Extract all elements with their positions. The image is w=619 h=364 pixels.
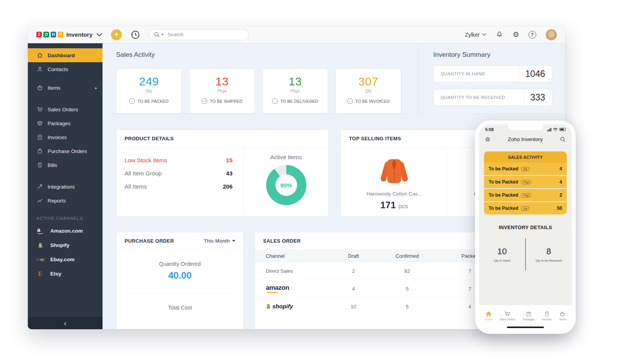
wifi-icon — [553, 128, 558, 131]
all-item-group-row[interactable]: All Item Group 43 — [125, 170, 233, 177]
quantity-in-hand-row[interactable]: QUANTITY IN HAND 1046 — [433, 65, 552, 82]
inventory-summary-heading: Inventory Summary — [433, 51, 552, 59]
submenu-arrow-icon: ▸ — [95, 86, 103, 90]
cart-icon — [504, 311, 511, 317]
org-selector[interactable]: Zylker — [465, 32, 486, 38]
phone-nav-sales-orders[interactable]: Sales Orders — [499, 311, 515, 321]
phone-home-indicator[interactable] — [507, 327, 544, 328]
summary-label: QUANTITY TO BE RECEIVED — [441, 95, 505, 100]
phone-search-icon[interactable] — [560, 137, 566, 142]
recent-history-icon[interactable] — [130, 30, 140, 40]
cart-icon — [36, 106, 43, 112]
quantity-to-be-received-row[interactable]: QUANTITY TO BE RECEIVED 333 — [433, 89, 552, 106]
mobile-app-mockup: 5:08 ⚙ Zoho Inventory SALES ACTIVITY To … — [475, 121, 576, 334]
top-selling-item[interactable]: Hanswooly Cotton Cas... 171 pcs — [341, 148, 448, 216]
sidebar-item-integrations[interactable]: Integrations — [28, 180, 103, 194]
phone-sales-row[interactable]: To be Packed Pkgs 4 — [484, 175, 567, 188]
search-scope-caret-icon[interactable] — [161, 34, 164, 36]
sidebar-item-dashboard[interactable]: Dashboard — [28, 48, 103, 62]
check-circle-icon: ✓ — [129, 98, 135, 104]
global-search[interactable] — [149, 29, 249, 40]
sidebar-channel-ebay[interactable]: ebay Ebay.com — [28, 252, 103, 267]
metric-unit: Qty — [336, 88, 401, 93]
channel-cell: Direct Sales — [255, 262, 336, 280]
search-input[interactable] — [167, 31, 233, 38]
channel-label: Amazon.com — [50, 228, 83, 234]
phone-notch — [508, 124, 543, 130]
metric-label: TO BE SHIPPED — [210, 99, 242, 104]
quantity-ordered-value[interactable]: 40.00 — [116, 270, 243, 281]
metric-label: TO BE PACKED — [137, 99, 168, 104]
zoho-logo-letter: O — [43, 32, 49, 37]
sidebar-channel-amazon[interactable]: a Amazon.com — [28, 224, 103, 238]
phone-nav-items[interactable]: Items — [559, 311, 566, 321]
metric-value: 249 — [116, 75, 181, 88]
sidebar-item-invoices[interactable]: Invoices — [28, 130, 103, 144]
sidebar-item-label: Bills — [48, 162, 57, 168]
help-icon[interactable]: ? — [528, 31, 536, 39]
sidebar-item-purchase-orders[interactable]: Purchase Orders — [28, 144, 103, 158]
unit-badge: Qty — [521, 206, 529, 211]
quantity-ordered-label: Quantity Ordered — [116, 261, 243, 267]
sidebar-item-contacts[interactable]: Contacts — [28, 62, 103, 76]
settings-gear-icon[interactable]: ⚙ — [513, 31, 519, 38]
phone-nav-packages[interactable]: Packages — [523, 311, 535, 321]
card-to-be-invoiced[interactable]: 307 Qty iTO BE INVOICED — [335, 68, 401, 114]
filter-value: This Month — [204, 238, 230, 244]
phone-nav-home[interactable]: Home — [485, 311, 492, 321]
row-label: To be Packed — [489, 166, 518, 172]
etsy-logo-icon: E — [36, 270, 44, 278]
sidebar-collapse-button[interactable]: ‹ — [28, 317, 103, 329]
unit-badge: Qty — [521, 167, 529, 171]
invoice-doc-icon — [544, 311, 550, 317]
card-to-be-shipped[interactable]: 13 Pkgs ↗TO BE SHIPPED — [189, 68, 255, 114]
quick-create-button[interactable]: + — [111, 29, 122, 40]
col-draft: Draft — [336, 250, 371, 262]
active-items-donut-chart: 90% — [266, 165, 306, 205]
home-icon — [486, 311, 492, 317]
phone-nav-invoices[interactable]: Invoices — [542, 311, 552, 321]
channel-cell: shopify — [255, 298, 336, 315]
sidebar-item-items[interactable]: Items ▸ — [28, 81, 103, 95]
user-avatar[interactable] — [545, 29, 557, 41]
phone-app-title: Zoho Inventory — [490, 136, 560, 142]
sidebar-item-bills[interactable]: Bills — [28, 158, 103, 172]
phone-sales-row[interactable]: To be Packed Pkgs 2 — [484, 188, 567, 201]
sidebar-item-sales-orders[interactable]: Sales Orders — [28, 102, 103, 116]
sidebar-channel-etsy[interactable]: E Etsy — [28, 267, 103, 281]
time-filter-dropdown[interactable]: This Month — [204, 238, 235, 244]
sidebar-item-packages[interactable]: Packages — [28, 116, 103, 130]
summary-value: 333 — [524, 90, 552, 105]
low-stock-items-row[interactable]: Low Stock Items 15 — [125, 157, 233, 163]
purchase-order-heading: PURCHASE ORDER — [125, 238, 174, 244]
zoho-inventory-logo[interactable]: Z O H O Inventory — [28, 31, 103, 38]
summary-label: QUANTITY IN HAND — [441, 71, 485, 76]
sidebar-item-reports[interactable]: Reports — [28, 194, 103, 208]
phone-settings-gear-icon[interactable]: ⚙ — [485, 136, 490, 142]
shopping-bag-icon — [36, 148, 43, 154]
confirmed-cell: 5 — [371, 298, 443, 315]
product-details-card: PRODUCT DETAILS Low Stock Items 15 All I… — [116, 129, 329, 216]
row-label: To be Packed — [489, 192, 518, 198]
sidebar-channel-shopify[interactable]: Shopify — [28, 238, 103, 252]
row-value: 206 — [223, 183, 233, 190]
card-to-be-packed[interactable]: 249 Qty ✓TO BE PACKED — [116, 68, 182, 114]
all-items-row[interactable]: All Items 206 — [125, 183, 233, 190]
sidebar-item-label: Dashboard — [48, 53, 75, 58]
sidebar-item-label: Items — [48, 85, 60, 91]
row-value: 4 — [559, 166, 562, 172]
basket-icon — [559, 311, 565, 317]
phone-sales-row[interactable]: To be Packed Qty 50 — [484, 201, 567, 214]
chevron-down-icon[interactable] — [96, 33, 103, 37]
purchase-order-card: PURCHASE ORDER This Month Quantity Order… — [116, 232, 244, 329]
metric-value: 13 — [263, 75, 328, 88]
ebay-logo-icon: ebay — [36, 257, 44, 262]
invoice-doc-icon — [36, 134, 43, 140]
card-to-be-delivered[interactable]: 13 Pkgs ⋯TO BE DELIVERED — [262, 68, 328, 114]
phone-sales-row[interactable]: To be Packed Qty 4 — [484, 163, 567, 175]
phone-qty-to-be-received: 8 Qty to be Received — [526, 247, 572, 262]
shopify-logo: shopify — [266, 303, 293, 310]
notifications-bell-icon[interactable] — [496, 31, 503, 39]
search-icon — [154, 32, 160, 37]
col-channel: Channel — [255, 250, 336, 262]
